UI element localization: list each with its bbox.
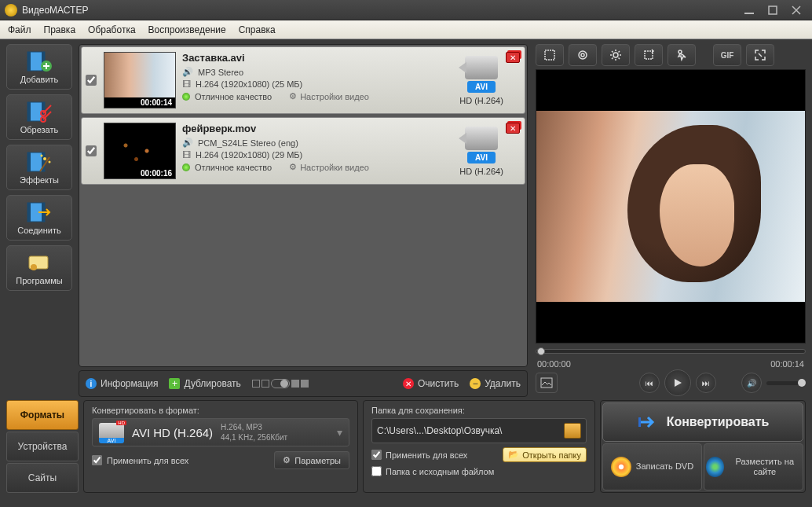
film-cut-icon <box>25 100 53 123</box>
svg-rect-1 <box>769 6 777 14</box>
delete-button[interactable]: −Удалить <box>470 378 521 389</box>
menu-help[interactable]: Справка <box>239 24 276 35</box>
file-checkbox[interactable] <box>86 75 97 86</box>
svg-point-26 <box>613 53 618 57</box>
sidebar-merge-button[interactable]: Соединить <box>6 195 72 241</box>
apply-all-checkbox[interactable] <box>92 455 102 465</box>
view-switcher[interactable] <box>252 379 309 388</box>
file-thumbnail[interactable]: 00:00:14 <box>104 52 176 108</box>
format-details: H.264, MP3 <box>221 422 287 432</box>
sidebar-label: Эффекты <box>20 175 59 185</box>
format-selector[interactable]: HD AVI HD (H.264) H.264, MP3 44,1 KHz, 2… <box>92 418 349 446</box>
programs-icon <box>25 251 53 274</box>
sidebar-trim-button[interactable]: Обрезать <box>6 94 72 140</box>
speaker-icon: 🔊 <box>182 67 193 77</box>
source-folder-checkbox[interactable] <box>371 466 382 476</box>
svg-rect-23 <box>545 50 554 60</box>
panel-header: Папка для сохранения: <box>371 406 587 415</box>
file-video: H.264 (1920x1080) (25 МБ) <box>196 79 302 89</box>
info-icon: i <box>86 378 97 389</box>
file-remove-button[interactable]: ✕ <box>506 52 520 63</box>
preview-area[interactable] <box>536 69 806 344</box>
format-name: AVI HD (H.264) <box>132 426 213 439</box>
burn-dvd-button[interactable]: Записать DVD <box>602 443 702 490</box>
apply-all-label: Применить для всех <box>386 450 467 460</box>
volume-button[interactable]: 🔊 <box>741 373 762 393</box>
publish-site-button[interactable]: Разместить на сайте <box>704 443 803 490</box>
title-bar: ВидеоМАСТЕР <box>0 0 812 20</box>
menu-edit[interactable]: Правка <box>44 24 76 35</box>
fullscreen-tool-button[interactable] <box>746 44 774 66</box>
duplicate-button[interactable]: +Дублировать <box>169 378 240 389</box>
minimize-button[interactable] <box>738 3 760 17</box>
convert-button[interactable]: Конвертировать <box>602 402 803 442</box>
crop-tool-button[interactable] <box>536 44 564 66</box>
maximize-button[interactable] <box>762 3 784 17</box>
volume-slider[interactable] <box>766 381 806 385</box>
sidebar-add-button[interactable]: Добавить <box>6 44 72 90</box>
file-video: H.264 (1920x1080) (29 МБ) <box>196 150 302 160</box>
camera-icon: HD <box>99 423 124 442</box>
file-item[interactable]: 00:00:14 Заставка.avi 🔊MP3 Stereo 🎞H.264… <box>81 46 525 114</box>
apply-all-checkbox[interactable] <box>371 450 382 460</box>
plus-icon: + <box>169 378 180 389</box>
menu-playback[interactable]: Воспроизведение <box>148 24 226 35</box>
svg-point-14 <box>43 157 46 160</box>
file-remove-button[interactable]: ✕ <box>506 123 520 134</box>
menu-process[interactable]: Обработка <box>88 24 136 35</box>
tab-formats[interactable]: Форматы <box>6 400 79 430</box>
file-duration: 00:00:16 <box>104 168 175 178</box>
preview-toolbar: GIF <box>536 44 806 66</box>
speed-tool-button[interactable] <box>668 44 696 66</box>
gear-icon: ⚙ <box>283 455 291 465</box>
info-button[interactable]: iИнформация <box>86 378 158 389</box>
gif-tool-button[interactable]: GIF <box>713 44 741 66</box>
file-item[interactable]: 00:00:16 фейрверк.mov 🔊PCM_S24LE Stereo … <box>81 117 525 185</box>
tab-sites[interactable]: Сайты <box>6 463 79 493</box>
play-button[interactable] <box>664 369 691 396</box>
camera-icon <box>465 127 498 150</box>
list-toolbar: iИнформация +Дублировать ✕Очистить −Удал… <box>79 370 528 397</box>
sidebar-programs-button[interactable]: Программы <box>6 245 72 291</box>
next-button[interactable]: ⏭ <box>696 373 716 393</box>
file-settings-link[interactable]: ⚙ Настройки видео <box>289 162 369 172</box>
dvd-icon <box>611 457 631 477</box>
save-panel: Папка для сохранения: C:\Users\...\Deskt… <box>363 400 595 493</box>
file-thumbnail[interactable]: 00:00:16 <box>104 123 176 179</box>
app-logo-icon <box>5 4 17 17</box>
svg-rect-12 <box>27 152 31 171</box>
file-checkbox[interactable] <box>86 145 97 156</box>
tab-devices[interactable]: Устройства <box>6 432 79 461</box>
menu-file[interactable]: Файл <box>8 24 31 35</box>
sidebar-label: Обрезать <box>20 125 59 134</box>
open-folder-button[interactable]: 📂 Открыть папку <box>503 447 587 462</box>
file-settings-link[interactable]: ⚙ Настройки видео <box>289 91 369 101</box>
apply-all-label: Применить для всех <box>107 456 188 465</box>
sidebar-effects-button[interactable]: Эффекты <box>6 145 72 190</box>
params-button[interactable]: ⚙Параметры <box>274 451 349 469</box>
file-list: 00:00:14 Заставка.avi 🔊MP3 Stereo 🎞H.264… <box>79 44 528 367</box>
film-icon: 🎞 <box>182 79 191 89</box>
svg-rect-0 <box>744 13 754 14</box>
svg-rect-27 <box>645 51 653 59</box>
close-button[interactable] <box>785 3 807 17</box>
format-badge: AVI <box>467 81 496 93</box>
vignette-tool-button[interactable] <box>569 44 597 66</box>
seek-slider[interactable] <box>536 349 806 354</box>
prev-button[interactable]: ⏮ <box>639 373 660 393</box>
brightness-tool-button[interactable] <box>602 44 630 66</box>
file-audio: PCM_S24LE Stereo (eng) <box>198 138 298 148</box>
svg-rect-18 <box>27 203 31 222</box>
app-title: ВидеоМАСТЕР <box>22 5 737 16</box>
clear-button[interactable]: ✕Очистить <box>403 378 459 389</box>
svg-rect-22 <box>31 266 33 270</box>
save-path[interactable]: C:\Users\...\Desktop\Озвучка\ <box>377 425 561 436</box>
svg-rect-7 <box>27 102 31 121</box>
panel-header: Конвертировать в формат: <box>92 406 349 415</box>
browse-folder-button[interactable] <box>564 423 581 439</box>
format-target: HD (H.264) <box>459 167 503 176</box>
file-quality: Отличное качество <box>195 163 272 172</box>
rotate-tool-button[interactable] <box>635 44 663 66</box>
snapshot-button[interactable] <box>536 373 558 393</box>
source-folder-label: Папка с исходным файлом <box>386 467 494 476</box>
